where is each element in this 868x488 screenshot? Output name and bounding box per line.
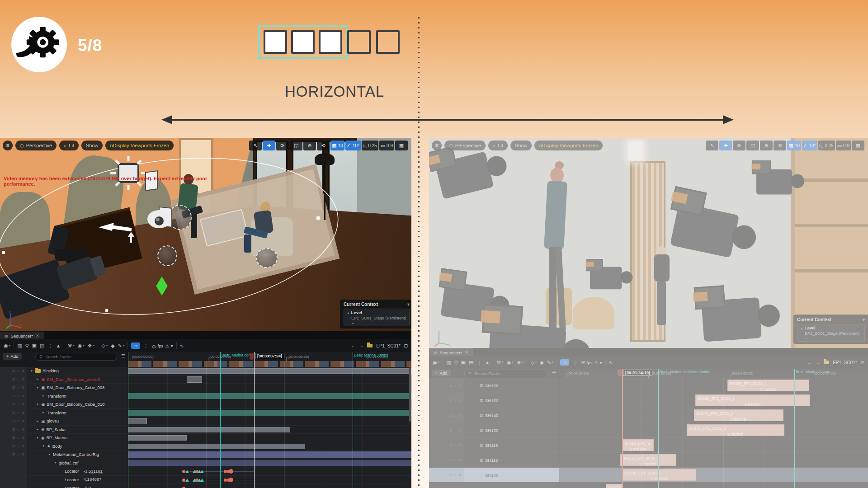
- keyframe-marker[interactable]: [229, 478, 233, 482]
- shot-clip[interactable]: SH130_EP1_SC01_11 track(s): [687, 424, 784, 436]
- shot-clip[interactable]: SH150_EP1_SC01_12 track(s): [695, 394, 810, 406]
- playhead[interactable]: [254, 352, 255, 488]
- mute-icon[interactable]: ⊘: [21, 385, 24, 389]
- world-options-icon[interactable]: ◉▾: [433, 360, 439, 366]
- vertical-scrollbar[interactable]: [409, 367, 411, 422]
- edit-pencil-icon[interactable]: ✎▾: [118, 343, 125, 349]
- beat-marker-label[interactable]: Beat: Marina confronts Sadia: [660, 370, 709, 374]
- track-lane[interactable]: [128, 476, 411, 484]
- track-row[interactable]: Locator-0,0◅ ◇ ▻: [0, 484, 411, 488]
- lock-icon[interactable]: ⊡: [12, 452, 15, 456]
- track-lane[interactable]: [128, 400, 411, 408]
- curve-editor-icon[interactable]: ∿: [180, 343, 184, 349]
- keyframe-options-icon[interactable]: ◇▾: [101, 343, 108, 349]
- mute-icon[interactable]: ⊘: [21, 444, 24, 448]
- show-button[interactable]: Show: [510, 141, 532, 150]
- shot-track-row[interactable]: ⊡∩⊘▤SH115+SH115_EP1_SC01_12 track(s): [429, 453, 868, 468]
- snap-magnet-icon[interactable]: ∩: [560, 359, 569, 366]
- lock-icon[interactable]: ⊡: [449, 384, 453, 388]
- mute-icon[interactable]: ⊘: [458, 473, 462, 477]
- scale-snap-tool[interactable]: ◺0.25: [362, 141, 378, 150]
- beat-marker-line[interactable]: [658, 369, 659, 488]
- snap-magnet-icon[interactable]: ∩: [131, 343, 140, 349]
- filter-icon[interactable]: ☰: [121, 353, 125, 358]
- shot-track-row[interactable]: ⊡∩⊘▤SH070+SH070_: [429, 483, 868, 488]
- section-bar[interactable]: [128, 444, 305, 449]
- rotate-tool[interactable]: ⟳: [733, 141, 745, 150]
- lock-icon[interactable]: ⊡: [449, 413, 453, 418]
- show-button[interactable]: Show: [81, 141, 103, 150]
- angle-snap-tool[interactable]: ∠10°: [802, 141, 817, 150]
- track-lane[interactable]: SH116_EP1_S2 track(s): [559, 438, 868, 452]
- section-clip[interactable]: [187, 376, 202, 383]
- mute-icon[interactable]: ⊘: [458, 399, 462, 403]
- level-dropdown[interactable]: EP1_SC01_Stage (Persistent) ⌄: [800, 331, 862, 340]
- beat-marker-line[interactable]: [353, 352, 353, 488]
- lock-icon[interactable]: ⊡: [12, 402, 15, 406]
- beat-marker-label[interactable]: Beat: Marina Jumps: [354, 353, 388, 357]
- lock-icon[interactable]: ⊡: [12, 427, 15, 432]
- track-lane[interactable]: SH150_EP1_SC01_12 track(s): [559, 393, 868, 408]
- shot-clip[interactable]: SH115_EP1_SC01_12 track(s): [620, 454, 676, 466]
- back-icon[interactable]: ←: [807, 360, 812, 365]
- playhead-flag[interactable]: [250, 353, 254, 360]
- create-camera-icon[interactable]: ▣: [32, 343, 37, 349]
- expand-icon[interactable]: ▸: [42, 394, 45, 398]
- add-track-button[interactable]: +Add: [432, 370, 451, 376]
- lock-icon[interactable]: ⊡: [12, 394, 15, 398]
- mute-icon[interactable]: ⊘: [458, 458, 462, 462]
- settings-wrench-icon[interactable]: ⚒▾: [496, 360, 503, 366]
- camera-speed-tool[interactable]: ▭0.9: [836, 141, 851, 150]
- viewport-layout-tool[interactable]: ▦: [852, 141, 864, 150]
- curve-editor-icon[interactable]: ∿: [609, 360, 613, 366]
- track-lane[interactable]: [128, 442, 411, 450]
- track-lane[interactable]: [128, 426, 411, 434]
- grid-snap-tool[interactable]: ▦10: [787, 141, 801, 150]
- add-track-button[interactable]: +Add: [3, 353, 22, 360]
- track-lane[interactable]: SH140_EP1_SC01_22 track(s): [559, 408, 868, 422]
- solo-icon[interactable]: ∩: [454, 399, 457, 403]
- mute-icon[interactable]: ⊘: [458, 384, 462, 388]
- solo-icon[interactable]: ∩: [454, 473, 457, 477]
- expand-icon[interactable]: ▾: [30, 369, 33, 373]
- mute-icon[interactable]: ⊘: [21, 377, 24, 381]
- track-lane[interactable]: [128, 384, 411, 392]
- viewport-layout-tool[interactable]: ▦: [395, 141, 408, 150]
- expand-icon[interactable]: ▾: [42, 444, 45, 448]
- solo-icon[interactable]: ∩: [17, 369, 20, 373]
- keyframe-marker[interactable]: [224, 479, 227, 482]
- mute-icon[interactable]: ⊘: [458, 428, 462, 432]
- mute-icon[interactable]: ⊘: [21, 419, 24, 423]
- viewport-menu-button[interactable]: ≡: [3, 141, 13, 150]
- track-lane[interactable]: SH156_EP1_SC01_12 track(s): [559, 378, 868, 393]
- track-row[interactable]: ⊡∩⊘▾Blocking: [0, 367, 411, 375]
- mute-icon[interactable]: ⊘: [21, 427, 24, 432]
- track-row[interactable]: ⊡∩⊘▸▣glove3+: [0, 417, 411, 426]
- perspective-button[interactable]: ⬡Perspective: [444, 141, 486, 150]
- grid-snap-tool[interactable]: ▦10: [330, 141, 344, 150]
- more-dots-icon[interactable]: ⋮: [47, 343, 52, 349]
- shot-track-row[interactable]: ⊡∩⊘▤SH150+SH150_EP1_SC01_12 track(s): [429, 393, 868, 408]
- lock-icon[interactable]: ⊡: [449, 399, 453, 403]
- expand-icon[interactable]: ▸: [42, 411, 45, 414]
- track-lane[interactable]: [128, 417, 411, 425]
- keyframe-options-icon[interactable]: ◇▾: [530, 360, 537, 366]
- beat-marker-line[interactable]: [220, 352, 221, 488]
- solo-icon[interactable]: ∩: [17, 411, 20, 415]
- shot-track-row[interactable]: ⊡∩⊘▤SH130+SH130_EP1_SC01_11 track(s): [429, 423, 868, 438]
- settings-wrench-icon[interactable]: ⚒▾: [67, 343, 74, 349]
- select-tool[interactable]: ↖: [706, 141, 718, 150]
- lock-icon[interactable]: ⊡: [12, 444, 15, 448]
- playback-options-icon[interactable]: ❖▾: [517, 360, 524, 366]
- solo-icon[interactable]: ∩: [454, 384, 457, 388]
- lock-icon[interactable]: ⊡: [449, 473, 453, 477]
- solo-icon[interactable]: ∩: [17, 402, 20, 406]
- channel-value[interactable]: -0,0: [84, 485, 91, 488]
- move-tool[interactable]: ✚: [719, 141, 732, 150]
- solo-icon[interactable]: ∩: [17, 419, 20, 423]
- track-lane[interactable]: SH070_: [559, 483, 868, 488]
- shot-clip[interactable]: SH100_EP1_SC01_22 track(s): [622, 469, 696, 481]
- solo-icon[interactable]: ∩: [17, 452, 20, 456]
- track-row[interactable]: ▾global_ctrl◅ ◇ ▻: [0, 459, 411, 468]
- mute-icon[interactable]: ⊘: [21, 436, 24, 440]
